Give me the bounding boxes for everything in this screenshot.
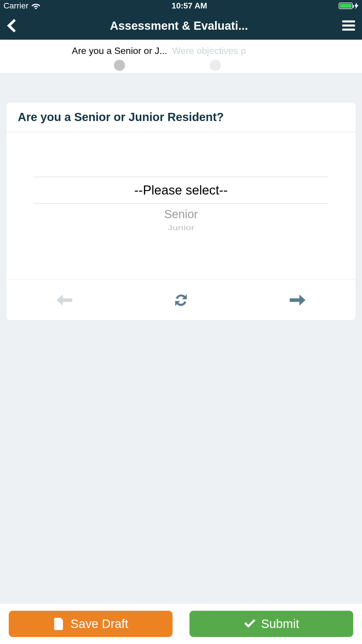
step-dot-current <box>114 60 125 71</box>
nav-bar: Assessment & Evaluati... <box>0 12 239 40</box>
question-card: Are you a Senior or Junior Resident? --P… <box>6 102 239 321</box>
step-next[interactable]: Were objectives p <box>152 40 239 71</box>
picker-option-2: Junior <box>34 224 239 232</box>
picker-selected-value: --Please select-- <box>34 177 239 203</box>
picker-wheel[interactable]: --Please select-- Senior Junior <box>34 177 239 235</box>
page-title: Assessment & Evaluati... <box>16 19 239 32</box>
picker-area: --Please select-- Senior Junior <box>6 132 239 279</box>
clock: 10:57 AM <box>172 1 207 10</box>
card-nav <box>6 279 239 320</box>
prev-question-button[interactable] <box>57 292 72 308</box>
question-title: Are you a Senior or Junior Resident? <box>6 102 239 132</box>
picker-option-1: Senior <box>34 208 239 221</box>
page-body: Are you a Senior or Junior Resident? --P… <box>0 74 239 425</box>
status-bar: Carrier 10:57 AM <box>0 0 239 12</box>
carrier-label: Carrier <box>3 1 29 10</box>
wifi-icon <box>31 3 40 9</box>
step-dot-next <box>210 60 221 71</box>
step-next-label: Were objectives p <box>152 40 239 56</box>
reset-button[interactable] <box>173 292 189 308</box>
step-indicator: Are you a Senior or J... Were objectives… <box>0 40 239 74</box>
back-button[interactable] <box>7 19 16 32</box>
status-left: Carrier <box>3 1 40 10</box>
